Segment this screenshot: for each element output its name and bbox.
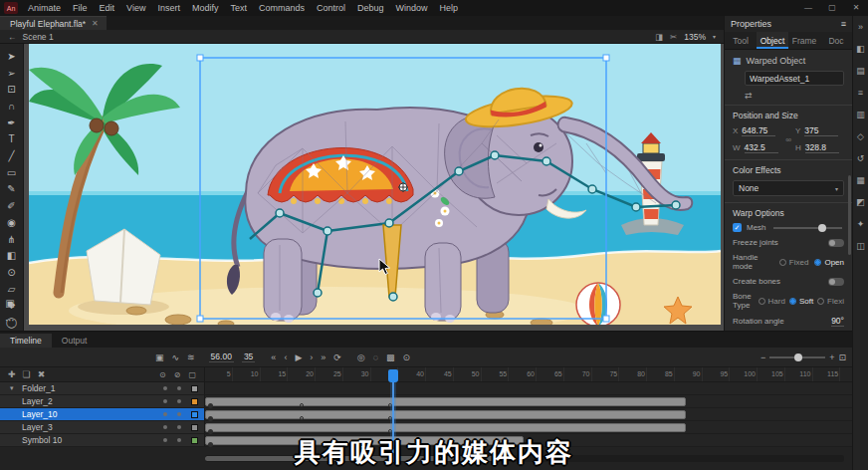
warp-options-title[interactable]: Warp Options <box>733 208 844 218</box>
keyframe-dot[interactable] <box>208 442 213 447</box>
current-frame-field[interactable]: 35 <box>242 352 255 362</box>
edit-symbols-icon[interactable]: ◨ <box>655 32 663 42</box>
lock-dot[interactable] <box>177 425 181 429</box>
line-tool[interactable]: ╱ <box>2 147 22 164</box>
tab-tool[interactable]: Tool <box>725 32 757 49</box>
menu-item[interactable]: View <box>120 0 151 16</box>
position-size-title[interactable]: Position and Size <box>733 111 844 120</box>
zoom-level[interactable]: 135% <box>684 32 706 42</box>
color-panel-icon[interactable]: ◧ <box>854 42 868 55</box>
menu-item[interactable]: Edit <box>94 0 121 16</box>
add-camera-icon[interactable]: ▣ <box>155 352 164 362</box>
bone-flexi-radio[interactable]: Flexi <box>817 297 844 306</box>
collapse-panels-icon[interactable]: » <box>854 20 868 33</box>
outline-column-icon[interactable]: ▢ <box>188 370 196 379</box>
handle-open-radio[interactable]: Open <box>814 258 844 267</box>
camera-tool[interactable]: ▣ <box>0 295 20 312</box>
keyframe-dot[interactable] <box>300 403 304 407</box>
color-effect-dropdown[interactable]: None ▾ <box>733 180 844 196</box>
lock-dot[interactable] <box>177 438 181 442</box>
w-value[interactable]: 432.5 <box>745 142 778 153</box>
frame-span[interactable] <box>205 410 686 419</box>
eyedropper-tool[interactable]: ⊙ <box>2 264 22 281</box>
stage-canvas[interactable] <box>24 44 724 331</box>
minimize-button[interactable]: — <box>796 0 820 16</box>
visibility-dot[interactable] <box>163 386 167 390</box>
paint-bucket-tool[interactable]: ◧ <box>2 247 22 264</box>
transform-panel-icon[interactable]: ◇ <box>854 129 868 142</box>
brushes-panel-icon[interactable]: ✦ <box>854 217 868 230</box>
history-panel-icon[interactable]: ↺ <box>854 151 868 164</box>
zoom-caret-icon[interactable]: ▾ <box>713 33 716 40</box>
document-tab[interactable]: Playful Elephant.fla* ✕ <box>0 16 107 30</box>
rectangle-tool[interactable]: ▭ <box>2 164 22 181</box>
bone-tool[interactable]: ⋔ <box>2 231 22 248</box>
layer-row-layer-10[interactable]: Layer_10 <box>0 408 852 421</box>
text-tool[interactable]: T <box>2 131 22 148</box>
visibility-dot[interactable] <box>163 412 167 416</box>
menu-item[interactable]: Window <box>390 0 434 16</box>
visibility-dot[interactable] <box>163 399 167 403</box>
libraries-panel-icon[interactable]: ▥ <box>854 108 868 120</box>
keyframe-dot[interactable] <box>208 429 213 434</box>
layer-name[interactable]: Layer_3 <box>22 422 53 432</box>
menu-item[interactable]: Text <box>224 0 253 16</box>
playhead[interactable] <box>388 369 398 382</box>
first-frame-icon[interactable]: « <box>271 352 276 362</box>
outline-swatch[interactable] <box>191 437 198 444</box>
timeline-zoom-in-icon[interactable]: + <box>829 352 834 362</box>
lock-dot[interactable] <box>177 412 181 416</box>
frames-track[interactable] <box>205 421 852 433</box>
visibility-dot[interactable] <box>163 425 167 429</box>
fps-field[interactable]: 56.00 <box>209 352 234 362</box>
loop-icon[interactable]: ⟳ <box>333 352 341 362</box>
next-frame-icon[interactable]: › <box>310 352 313 362</box>
free-transform-tool[interactable]: ⊡ <box>2 81 22 98</box>
pen-tool[interactable]: ✒ <box>2 115 22 131</box>
brush-tool[interactable]: ✐ <box>2 197 22 214</box>
mesh-checkbox[interactable]: ✓ <box>733 223 742 232</box>
color-effects-title[interactable]: Color Effects <box>733 165 844 175</box>
menu-item[interactable]: Animate <box>22 0 67 16</box>
asset-warp-tool[interactable]: ◉ <box>2 214 22 231</box>
menu-item[interactable]: Control <box>311 0 351 16</box>
menu-item[interactable]: File <box>67 0 94 16</box>
info-panel-icon[interactable]: ◫ <box>854 239 868 252</box>
handle-fixed-radio[interactable]: Fixed <box>779 258 809 267</box>
layer-name[interactable]: Layer_10 <box>22 409 57 419</box>
selection-tool[interactable]: ➤ <box>2 48 22 65</box>
mesh-opacity-slider[interactable] <box>773 227 842 229</box>
keyframe-dot[interactable] <box>300 416 304 420</box>
close-button[interactable]: ✕ <box>844 0 868 16</box>
properties-scrollbar[interactable] <box>848 175 851 255</box>
clip-content-icon[interactable]: ✂ <box>670 32 677 42</box>
frames-track[interactable] <box>205 382 852 394</box>
visibility-column-icon[interactable]: ⊙ <box>159 370 166 379</box>
tab-timeline[interactable]: Timeline <box>0 334 52 348</box>
prev-frame-icon[interactable]: ‹ <box>284 352 287 362</box>
h-value[interactable]: 328.8 <box>805 142 839 153</box>
layer-row-layer-2[interactable]: Layer_2 <box>0 395 852 408</box>
timeline-fit-icon[interactable]: ⊡ <box>838 352 846 362</box>
frame-span[interactable] <box>205 423 686 432</box>
components-panel-icon[interactable]: ▦ <box>854 173 868 186</box>
menu-item[interactable]: Debug <box>351 0 390 16</box>
scene-name[interactable]: Scene 1 <box>23 32 54 42</box>
timeline-zoom-out-icon[interactable]: − <box>760 352 765 362</box>
delete-layer-icon[interactable]: ✖ <box>38 369 46 379</box>
menu-item[interactable]: Commands <box>253 0 311 16</box>
new-folder-icon[interactable]: ❏ <box>23 369 31 379</box>
lock-dot[interactable] <box>177 399 181 403</box>
frames-track[interactable] <box>205 408 852 420</box>
visibility-dot[interactable] <box>163 438 167 442</box>
play-icon[interactable]: ▶ <box>295 352 302 362</box>
tab-output[interactable]: Output <box>52 334 98 348</box>
onion-skin-icon[interactable]: ◎ <box>357 352 365 362</box>
subselection-tool[interactable]: ➢ <box>2 65 22 82</box>
rotation-angle-value[interactable]: 90° <box>831 316 844 327</box>
create-bones-toggle[interactable] <box>828 278 844 286</box>
layer-name[interactable]: Folder_1 <box>22 383 56 393</box>
tab-frame[interactable]: Frame <box>788 32 820 49</box>
layer-row-layer-3[interactable]: Layer_3 <box>0 421 852 434</box>
maximize-button[interactable]: ▢ <box>820 0 844 16</box>
